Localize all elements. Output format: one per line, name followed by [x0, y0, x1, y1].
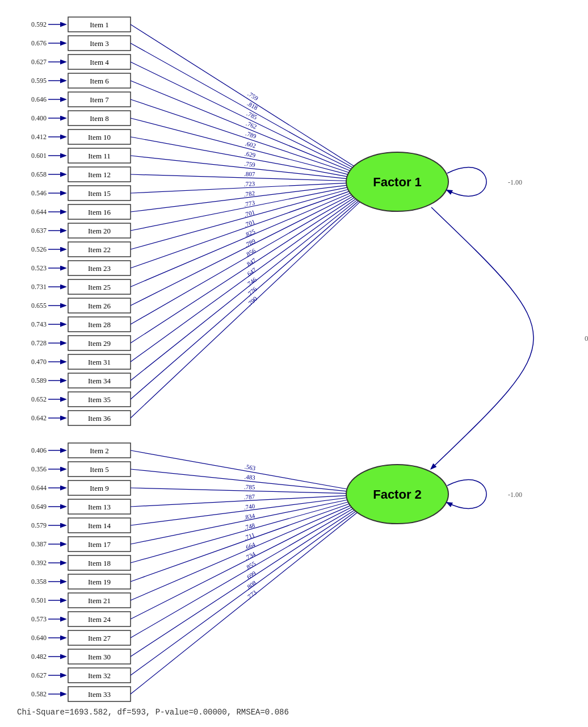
svg-line-142	[131, 469, 352, 492]
svg-text:Item 8: Item 8	[90, 114, 109, 123]
svg-line-166	[131, 499, 352, 544]
svg-text:Item 9: Item 9	[90, 484, 109, 492]
svg-text:0.595: 0.595	[31, 77, 47, 85]
svg-rect-8	[68, 36, 131, 51]
svg-text:Item 24: Item 24	[88, 615, 111, 624]
svg-point-216	[346, 152, 448, 211]
svg-line-22	[131, 81, 355, 173]
svg-text:.723: .723	[244, 180, 255, 187]
svg-text:0.356: 0.356	[31, 465, 47, 473]
svg-rect-92	[68, 298, 131, 313]
svg-text:.740: .740	[243, 503, 255, 511]
svg-rect-56	[68, 186, 131, 200]
svg-text:Item 4: Item 4	[90, 58, 109, 66]
svg-rect-2	[68, 17, 131, 32]
svg-rect-110	[68, 354, 131, 369]
svg-line-94	[131, 193, 356, 306]
svg-text:.734: .734	[243, 550, 257, 562]
svg-text:Item 25: Item 25	[88, 283, 111, 291]
svg-text:Item 22: Item 22	[88, 245, 111, 254]
svg-rect-158	[68, 518, 131, 533]
svg-line-46	[131, 156, 352, 179]
svg-rect-194	[68, 630, 131, 645]
svg-text:.483: .483	[244, 473, 256, 481]
svg-rect-74	[68, 242, 131, 257]
svg-text:Item 32: Item 32	[88, 671, 111, 680]
svg-rect-98	[68, 317, 131, 332]
svg-text:Item 31: Item 31	[88, 358, 111, 366]
svg-rect-212	[68, 687, 131, 701]
svg-text:Item 13: Item 13	[88, 503, 111, 511]
svg-text:0.579: 0.579	[31, 521, 47, 529]
svg-line-64	[131, 185, 352, 212]
svg-text:Item 18: Item 18	[88, 559, 111, 567]
svg-line-178	[131, 502, 354, 582]
svg-text:.847: .847	[244, 256, 257, 268]
svg-text:0.400: 0.400	[31, 114, 47, 122]
svg-text:.785: .785	[244, 483, 255, 490]
svg-text:Item 21: Item 21	[88, 596, 111, 605]
svg-rect-38	[68, 129, 131, 144]
svg-text:.785: .785	[246, 110, 259, 120]
svg-text:0.652: 0.652	[31, 395, 47, 403]
svg-text:Item 34: Item 34	[88, 377, 111, 385]
svg-text:Item 19: Item 19	[88, 578, 111, 586]
svg-text:0.644: 0.644	[31, 208, 47, 216]
svg-text:Item 35: Item 35	[88, 395, 111, 404]
svg-rect-26	[68, 92, 131, 107]
svg-line-100	[131, 194, 357, 324]
svg-text:.856: .856	[244, 247, 257, 258]
svg-text:0.546: 0.546	[31, 189, 47, 197]
svg-line-202	[131, 507, 359, 657]
svg-text:0.392: 0.392	[31, 559, 47, 567]
svg-text:0.589: 0.589	[31, 377, 47, 385]
svg-text:0.627: 0.627	[31, 671, 47, 679]
svg-line-136	[131, 450, 352, 490]
svg-text:0.676: 0.676	[31, 39, 47, 47]
svg-line-76	[131, 188, 353, 249]
svg-text:Item 23: Item 23	[88, 264, 111, 273]
svg-text:0.406: 0.406	[31, 446, 47, 454]
svg-text:0.523: 0.523	[31, 264, 47, 272]
svg-rect-20	[68, 73, 131, 88]
svg-text:.701: .701	[243, 208, 256, 218]
svg-text:Item 3: Item 3	[90, 39, 109, 48]
svg-text:.602: .602	[245, 140, 257, 149]
svg-text:Item 26: Item 26	[88, 302, 111, 310]
svg-rect-80	[68, 261, 131, 275]
svg-text:0.649: 0.649	[31, 503, 47, 511]
svg-text:Item 16: Item 16	[88, 208, 111, 216]
svg-rect-128	[68, 411, 131, 425]
svg-text:Item 15: Item 15	[88, 189, 111, 198]
svg-text:.834: .834	[243, 512, 256, 521]
svg-rect-170	[68, 555, 131, 570]
svg-text:Item 14: Item 14	[88, 521, 111, 530]
svg-text:Item 17: Item 17	[88, 540, 111, 549]
svg-text:.647: .647	[245, 266, 258, 278]
svg-text:0.582: 0.582	[31, 690, 47, 698]
svg-text:0.655: 0.655	[31, 302, 47, 310]
svg-text:-1.00: -1.00	[508, 491, 522, 499]
svg-text:0.482: 0.482	[31, 653, 47, 661]
svg-text:.563: .563	[244, 463, 257, 471]
svg-text:.701: .701	[243, 218, 256, 228]
svg-line-118	[131, 197, 361, 381]
svg-text:.748: .748	[243, 521, 256, 531]
svg-text:0.731: 0.731	[31, 283, 47, 291]
svg-rect-122	[68, 392, 131, 407]
svg-text:0.728: 0.728	[31, 339, 47, 347]
svg-text:Item 28: Item 28	[88, 320, 111, 329]
svg-line-196	[131, 506, 358, 638]
svg-line-34	[131, 118, 353, 176]
svg-line-10	[131, 43, 357, 170]
svg-text:.759: .759	[244, 160, 256, 168]
svg-text:Item 20: Item 20	[88, 227, 111, 235]
svg-rect-140	[68, 462, 131, 477]
svg-rect-164	[68, 537, 131, 551]
svg-text:Item 27: Item 27	[88, 634, 111, 642]
svg-text:.787: .787	[244, 493, 255, 500]
svg-text:0.526: 0.526	[31, 245, 47, 253]
svg-text:0.646: 0.646	[31, 95, 47, 103]
footer-stats: Chi-Square=1693.582, df=593, P-value=0.0…	[17, 708, 289, 717]
svg-text:0.387: 0.387	[31, 540, 47, 548]
